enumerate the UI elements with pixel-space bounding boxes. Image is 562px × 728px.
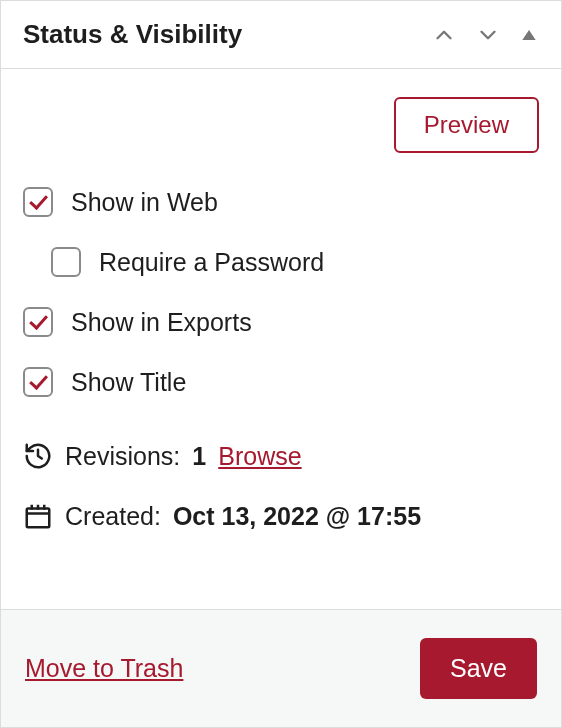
option-show-in-web: Show in Web — [23, 187, 539, 217]
show-in-exports-checkbox[interactable] — [23, 307, 53, 337]
panel-header: Status & Visibility — [1, 1, 561, 69]
calendar-icon — [23, 501, 53, 531]
created-date: Oct 13, 2022 @ 17:55 — [173, 502, 421, 531]
option-show-in-exports: Show in Exports — [23, 307, 539, 337]
preview-row: Preview — [23, 97, 539, 153]
show-in-web-checkbox[interactable] — [23, 187, 53, 217]
save-button[interactable]: Save — [420, 638, 537, 699]
panel-footer: Move to Trash Save — [1, 609, 561, 727]
svg-rect-1 — [27, 509, 50, 528]
move-to-trash-link[interactable]: Move to Trash — [25, 654, 183, 683]
show-title-checkbox[interactable] — [23, 367, 53, 397]
svg-marker-0 — [522, 30, 535, 40]
show-in-web-label: Show in Web — [71, 188, 218, 217]
revisions-icon — [23, 441, 53, 471]
show-in-exports-label: Show in Exports — [71, 308, 252, 337]
browse-revisions-link[interactable]: Browse — [218, 442, 301, 471]
status-visibility-panel: Status & Visibility Preview Show in Web … — [0, 0, 562, 728]
option-show-title: Show Title — [23, 367, 539, 397]
created-label: Created: — [65, 502, 161, 531]
preview-button[interactable]: Preview — [394, 97, 539, 153]
header-controls — [431, 22, 539, 48]
require-password-label: Require a Password — [99, 248, 324, 277]
show-title-label: Show Title — [71, 368, 186, 397]
collapse-toggle-icon[interactable] — [519, 25, 539, 45]
revisions-row: Revisions: 1 Browse — [23, 441, 539, 471]
require-password-checkbox[interactable] — [51, 247, 81, 277]
revisions-label: Revisions: — [65, 442, 180, 471]
option-require-password: Require a Password — [23, 247, 539, 277]
move-up-icon[interactable] — [431, 22, 457, 48]
revisions-count: 1 — [192, 442, 206, 471]
move-down-icon[interactable] — [475, 22, 501, 48]
panel-body: Preview Show in Web Require a Password S… — [1, 69, 561, 609]
panel-title: Status & Visibility — [23, 19, 431, 50]
created-row: Created: Oct 13, 2022 @ 17:55 — [23, 501, 539, 531]
